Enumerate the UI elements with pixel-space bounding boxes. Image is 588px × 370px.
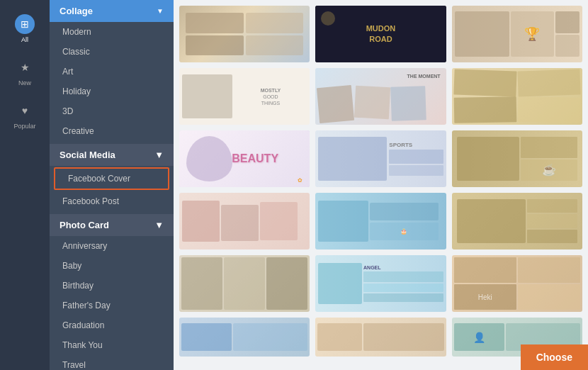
collage-item-3d[interactable]: 3D <box>50 101 174 121</box>
photo-card-item-baby[interactable]: Baby <box>50 256 174 276</box>
photo-card-item-graduation[interactable]: Graduation <box>50 315 174 335</box>
template-card-7[interactable]: BEAUTY ✿ <box>179 130 310 187</box>
photo-card-header[interactable]: Photo Card ▼ <box>50 214 174 236</box>
social-media-chevron-icon: ▼ <box>154 150 164 160</box>
social-media-label: Social Media <box>60 150 115 160</box>
sidebar-item-new[interactable]: ★ New <box>0 50 50 94</box>
photo-card-chevron-icon: ▼ <box>154 220 164 230</box>
collage-item-modern[interactable]: Modern <box>50 22 174 42</box>
photo-card-item-anniversary[interactable]: Anniversary <box>50 236 174 256</box>
template-card-8[interactable]: SPORTS <box>315 130 446 187</box>
category-panel: Collage ▼ Modern Classic Art Holiday 3D … <box>50 0 174 370</box>
template-card-13[interactable] <box>179 255 310 312</box>
template-card-5[interactable]: THE MOMENT <box>315 68 446 125</box>
template-card-1[interactable] <box>179 6 310 62</box>
template-card-6[interactable] <box>452 68 582 125</box>
photo-card-label: Photo Card <box>60 220 109 230</box>
template-card-12[interactable] <box>452 193 582 250</box>
social-media-item-facebook-cover[interactable]: Facebook Cover <box>54 167 169 190</box>
social-media-header[interactable]: Social Media ▼ <box>50 144 174 166</box>
bottom-bar: Choose <box>174 347 588 370</box>
collage-chevron-icon: ▼ <box>157 7 164 15</box>
all-icon: ⊞ <box>15 14 35 34</box>
sidebar-item-popular-label: Popular <box>13 123 35 130</box>
sidebar-item-all[interactable]: ⊞ All <box>0 7 50 50</box>
popular-icon: ♥ <box>15 101 35 120</box>
collage-item-classic[interactable]: Classic <box>50 42 174 62</box>
template-card-2[interactable]: MUDONROAD <box>315 6 446 62</box>
photo-card-item-birthday[interactable]: Birthday <box>50 276 174 296</box>
sidebar-item-all-label: All <box>21 36 28 43</box>
photo-card-item-thank-you[interactable]: Thank You <box>50 335 174 355</box>
sidebar-item-popular[interactable]: ♥ Popular <box>0 94 50 137</box>
choose-button[interactable]: Choose <box>521 344 588 370</box>
templates-area: MUDONROAD 🏆 MOSTLY GOOD THINGS <box>174 0 588 370</box>
collage-item-art[interactable]: Art <box>50 62 174 82</box>
sidebar-icons: ⊞ All ★ New ♥ Popular <box>0 0 50 370</box>
template-card-14[interactable]: ANGEL <box>315 255 446 312</box>
template-card-11[interactable]: 🎂 <box>315 193 446 250</box>
template-card-3[interactable]: 🏆 <box>452 6 582 62</box>
template-card-10[interactable] <box>179 193 310 250</box>
template-card-15[interactable]: Heki <box>452 255 582 312</box>
collage-header[interactable]: Collage ▼ <box>50 0 174 22</box>
new-icon: ★ <box>15 57 35 77</box>
photo-card-item-travel[interactable]: Travel <box>50 355 174 370</box>
sidebar-item-new-label: New <box>18 79 31 86</box>
photo-card-item-fathers-day[interactable]: Father's Day <box>50 296 174 315</box>
templates-grid: MUDONROAD 🏆 MOSTLY GOOD THINGS <box>179 6 582 357</box>
collage-item-holiday[interactable]: Holiday <box>50 82 174 101</box>
collage-item-creative[interactable]: Creative <box>50 121 174 141</box>
collage-label: Collage <box>60 6 93 16</box>
social-media-item-facebook-post[interactable]: Facebook Post <box>50 191 174 211</box>
template-card-4[interactable]: MOSTLY GOOD THINGS <box>179 68 310 125</box>
template-card-9[interactable]: ☕ <box>452 130 582 187</box>
